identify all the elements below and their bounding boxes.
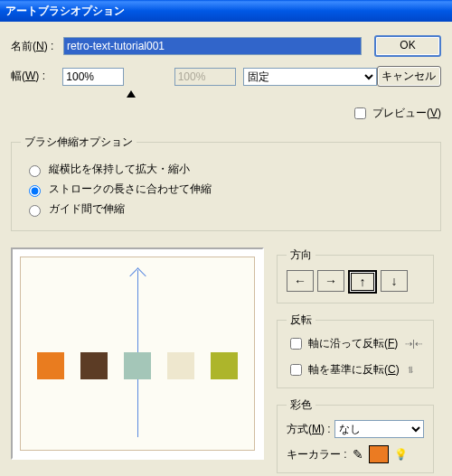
stretch-radio-1[interactable] — [29, 165, 41, 177]
direction-fieldset: 方向 ← → ↑ ↓ — [277, 247, 434, 303]
preview-swatches — [21, 352, 254, 379]
scale-mode-select[interactable]: 固定 — [243, 68, 377, 86]
flip-along-icon: ⇢|⇠ — [405, 339, 422, 349]
color-method-select[interactable]: なし — [334, 420, 424, 438]
stretch-fieldset: ブラシ伸縮オプション 縦横比を保持して拡大・縮小 ストロークの長さに合わせて伸縮… — [11, 135, 441, 231]
flip-along-label: 軸に沿って反転(F) — [308, 336, 398, 351]
flip-across-label: 軸を基準に反転(C) — [308, 362, 400, 378]
preview-label: プレビュー(V) — [372, 106, 441, 121]
flip-across-icon: ⥮ — [407, 365, 414, 375]
width-input-1[interactable] — [62, 68, 124, 86]
method-label: 方式(M) : — [287, 422, 331, 437]
swatch-1 — [37, 352, 64, 379]
ok-button[interactable]: OK — [374, 35, 441, 57]
swatch-5 — [211, 352, 238, 379]
stretch-opt2-label: ストロークの長さに合わせて伸縮 — [49, 182, 212, 197]
swatch-3 — [124, 352, 151, 379]
flip-legend: 反転 — [287, 313, 315, 328]
swatch-2 — [80, 352, 108, 379]
eyedropper-icon[interactable]: ✎ — [353, 447, 363, 462]
stretch-radio-3[interactable] — [29, 205, 41, 217]
direction-right-button[interactable]: → — [317, 270, 344, 292]
direction-left-button[interactable]: ← — [287, 270, 314, 292]
width-label: 幅(W) : — [11, 69, 62, 84]
brush-preview — [11, 247, 264, 460]
tips-icon[interactable]: 💡 — [394, 448, 408, 461]
color-legend: 彩色 — [287, 397, 315, 413]
width-input-2 — [174, 68, 236, 86]
name-input[interactable] — [63, 37, 362, 55]
stretch-opt1-label: 縦横比を保持して拡大・縮小 — [49, 162, 190, 177]
window-title: アートブラシオプション — [5, 4, 125, 19]
keycolor-swatch[interactable] — [369, 445, 389, 463]
flip-along-checkbox[interactable] — [290, 338, 302, 350]
color-fieldset: 彩色 方式(M) : なし キーカラー : ✎ 💡 — [277, 397, 434, 473]
title-bar: アートブラシオプション — [0, 0, 452, 22]
direction-up-button[interactable]: ↑ — [348, 270, 377, 294]
flip-fieldset: 反転 軸に沿って反転(F) ⇢|⇠ 軸を基準に反転(C) ⥮ — [277, 313, 434, 388]
flip-across-checkbox[interactable] — [290, 364, 302, 376]
slider-handle[interactable] — [127, 90, 136, 98]
stretch-radio-2[interactable] — [29, 185, 41, 197]
name-label: 名前(N) : — [11, 39, 63, 54]
keycolor-label: キーカラー : — [287, 447, 347, 462]
stretch-opt3-label: ガイド間で伸縮 — [49, 201, 125, 217]
stretch-legend: ブラシ伸縮オプション — [21, 135, 137, 150]
cancel-button[interactable]: キャンセル — [377, 66, 441, 87]
preview-checkbox[interactable] — [354, 107, 366, 119]
swatch-4 — [167, 352, 194, 379]
direction-down-button[interactable]: ↓ — [381, 270, 408, 292]
direction-legend: 方向 — [287, 247, 315, 263]
